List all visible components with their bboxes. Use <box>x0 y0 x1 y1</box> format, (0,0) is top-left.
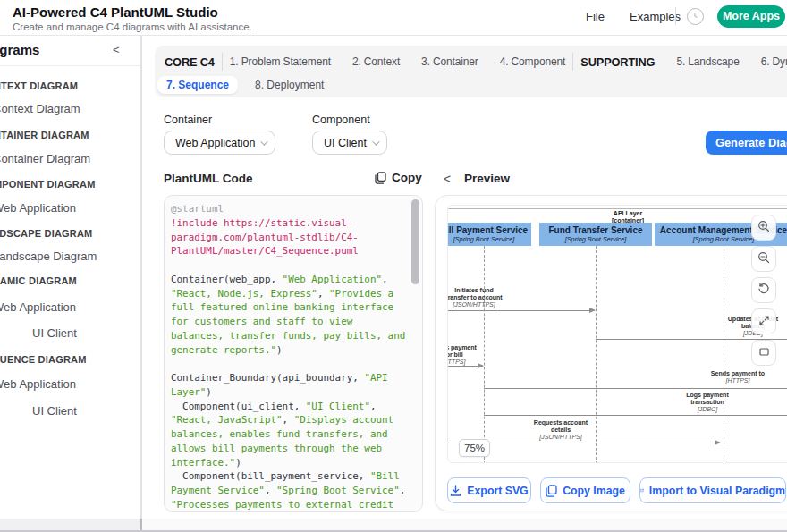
tab-7-sequence[interactable]: 7. Sequence <box>157 76 238 94</box>
tab-6-dynamic-diagram[interactable]: 6. Dynamic Diagram <box>761 55 787 68</box>
zoom-in-icon <box>757 220 770 236</box>
fit-icon <box>758 345 770 361</box>
sidebar-item[interactable]: UI Client <box>32 404 77 418</box>
code-line: Container_Boundary(api_boundary, "API <box>171 371 407 385</box>
download-icon <box>450 485 461 496</box>
code-scrollbar[interactable] <box>411 199 419 284</box>
export-svg-button[interactable]: Export SVG <box>447 477 531 503</box>
plantuml-code-block[interactable]: @startuml!include https://static.visual-… <box>164 195 423 512</box>
chevron-down-icon <box>261 138 268 145</box>
message-label: Sends payment to[HTTPS] <box>675 370 787 384</box>
preview-card: API Layer[container]Bill Payment Service… <box>435 195 787 511</box>
sidebar: Diagrams<CONTEXT DIAGRAMContext DiagramC… <box>0 36 140 519</box>
menu-examples[interactable]: Examples <box>630 10 681 23</box>
app-header: AI-Powered C4 PlantUML Studio Create and… <box>0 0 787 36</box>
container-select-value: Web Application <box>175 137 255 149</box>
code-line: Component(ui_client, "UI Client", <box>171 400 407 414</box>
sidebar-section-header: CONTAINER DIAGRAM <box>0 130 89 140</box>
code-line: @startuml <box>171 202 407 216</box>
message-line <box>447 310 595 311</box>
external-link-icon <box>640 485 644 496</box>
sidebar-item[interactable]: Container Diagram <box>0 152 90 165</box>
message-label: Requests accountdetails[JSON/HTTPS] <box>498 419 623 441</box>
tab-1-problem-statement[interactable]: 1. Problem Statement <box>230 55 331 68</box>
tab-4-component[interactable]: 4. Component <box>500 55 566 68</box>
generate-diagram-button[interactable]: Generate Diagram <box>706 131 787 155</box>
code-line: full-featured online banking interface <box>171 300 407 315</box>
component-select-value: UI Client <box>324 137 367 149</box>
main-content: CORE C41. Problem Statement2. Context3. … <box>143 36 787 519</box>
code-line: "React, JavaScript", "Displays account <box>171 413 407 427</box>
more-apps-button[interactable]: More Apps <box>717 5 785 28</box>
tab-8-deployment[interactable]: 8. Deployment <box>246 76 333 94</box>
tab-divider <box>222 53 223 71</box>
zoom-in-button[interactable] <box>751 215 776 241</box>
tab-divider <box>572 53 573 71</box>
sidebar-item[interactable]: UI Client <box>32 326 77 340</box>
sidebar-item[interactable]: Web Application <box>0 300 76 314</box>
fit-button[interactable] <box>751 340 776 366</box>
menu-file[interactable]: File <box>586 10 605 23</box>
sidebar-divider <box>140 36 142 532</box>
code-line: Component(bill_payment_service, "Bill <box>171 469 407 484</box>
chevron-down-icon <box>372 138 379 145</box>
reset-icon <box>757 283 770 299</box>
participant-box[interactable]: Bill Payment Service[Spring Boot Service… <box>447 223 531 246</box>
zoom-out-icon <box>757 251 770 267</box>
lifeline <box>724 246 724 463</box>
message-line <box>484 388 787 389</box>
message-arrowhead <box>589 308 596 313</box>
code-line: Payment Service", "Spring Boot Service", <box>171 484 407 498</box>
copy-code-button[interactable]: Copy <box>375 171 422 184</box>
container-select[interactable]: Web Application <box>164 131 275 155</box>
copy-icon <box>375 172 386 184</box>
fullscreen-button[interactable] <box>751 308 776 334</box>
preview-back-chevron[interactable]: < <box>444 172 451 186</box>
tab-5-landscape[interactable]: 5. Landscape <box>676 55 739 68</box>
code-line: allows bill payments through the web <box>171 442 407 456</box>
sidebar-item[interactable]: Context Diagram <box>0 102 80 115</box>
code-line: paradigm.com/plantuml-stdlib/C4- <box>171 231 407 245</box>
reset-button[interactable] <box>751 277 776 303</box>
zoom-level-badge: 75% <box>459 439 490 457</box>
sidebar-section-header: SEQUENCE DIAGRAM <box>0 354 87 365</box>
sidebar-collapse-icon[interactable]: < <box>113 43 120 56</box>
tab-supporting: SUPPORTING <box>580 55 655 69</box>
code-line: interface.") <box>171 456 407 470</box>
code-line: Layer") <box>171 385 407 400</box>
tab-3-container[interactable]: 3. Container <box>421 55 478 68</box>
code-line: !include https://static.visual- <box>171 216 407 231</box>
message-line <box>484 415 787 416</box>
copy-label: Copy <box>392 171 422 184</box>
sidebar-section-header: CONTEXT DIAGRAM <box>0 80 78 91</box>
code-line: balances, enables fund transfers, and <box>171 427 407 442</box>
message-label: Logs paymenttransaction[JDBC] <box>645 392 770 413</box>
fullscreen-icon <box>758 314 770 330</box>
component-select[interactable]: UI Client <box>312 131 387 155</box>
zoom-out-button[interactable] <box>751 246 776 272</box>
message-arrowhead <box>478 363 484 368</box>
code-line: balances, transfer funds, pay bills, and <box>171 329 407 343</box>
code-line: "Processes payments to external credit <box>171 498 407 512</box>
export-svg-label: Export SVG <box>467 485 528 497</box>
diagram-canvas[interactable]: API Layer[container]Bill Payment Service… <box>447 205 787 463</box>
code-line: for customers and staff to view <box>171 315 407 329</box>
tab-2-context[interactable]: 2. Context <box>352 55 400 68</box>
participant-box[interactable]: Fund Transfer Service[Spring Boot Servic… <box>539 223 652 246</box>
copy-image-button[interactable]: Copy Image <box>540 477 630 503</box>
sidebar-item[interactable]: Landscape Diagram <box>0 249 97 263</box>
code-line <box>171 258 407 273</box>
sidebar-item[interactable]: Web Application <box>0 201 76 215</box>
code-line: Container(web_app, "Web Application", <box>171 273 407 287</box>
api-layer-label: API Layer[container] <box>574 210 681 224</box>
component-label: Component <box>312 114 370 126</box>
sidebar-section-header: DYNAMIC DIAGRAM <box>0 275 77 286</box>
import-visual-paradigm-button[interactable]: Import to Visual Paradigm <box>639 477 786 503</box>
app-title: AI-Powered C4 PlantUML Studio <box>13 4 218 20</box>
sidebar-item[interactable]: Web Application <box>0 377 76 391</box>
sidebar-section-header: COMPONENT DIAGRAM <box>0 179 96 190</box>
header-divider <box>675 7 676 25</box>
footer-strip <box>0 519 787 532</box>
message-arrowhead <box>715 440 721 445</box>
history-icon[interactable] <box>687 8 704 25</box>
